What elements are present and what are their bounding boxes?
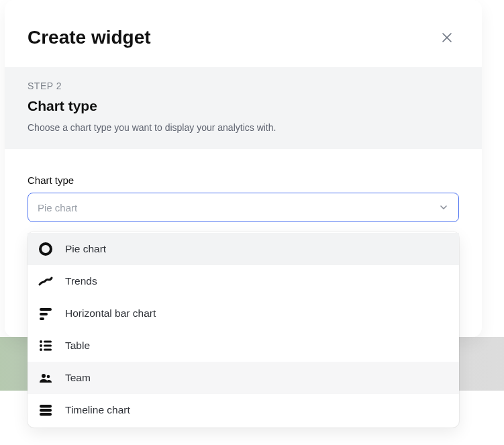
- modal-title: Create widget: [28, 27, 151, 48]
- close-icon: [442, 33, 452, 42]
- svg-rect-3: [40, 308, 52, 311]
- svg-point-12: [42, 374, 46, 378]
- svg-rect-15: [40, 409, 52, 412]
- svg-point-10: [40, 348, 42, 351]
- chart-type-option[interactable]: Table: [28, 330, 459, 362]
- step-description: Choose a chart type you want to display …: [28, 122, 459, 133]
- svg-point-2: [40, 244, 51, 254]
- chart-type-label: Chart type: [28, 175, 459, 186]
- svg-rect-5: [40, 317, 44, 320]
- trends-icon: [38, 274, 53, 289]
- close-button[interactable]: [439, 30, 455, 46]
- chart-type-option[interactable]: Trends: [28, 265, 459, 297]
- step-title: Chart type: [28, 98, 459, 114]
- chart-type-select-wrap: Pie chart Pie chartTrendsHorizontal bar …: [28, 193, 459, 222]
- svg-rect-11: [44, 349, 52, 351]
- chart-type-option-label: Timeline chart: [65, 404, 130, 416]
- pie-icon: [38, 242, 53, 256]
- chart-type-option-label: Team: [65, 372, 91, 384]
- chart-type-option[interactable]: Team: [28, 362, 459, 394]
- svg-point-8: [40, 344, 42, 347]
- chart-type-option-label: Pie chart: [65, 243, 106, 255]
- form-section: Chart type Pie chart Pie chartTrendsHori…: [5, 149, 482, 222]
- create-widget-modal: Create widget STEP 2 Chart type Choose a…: [5, 0, 482, 337]
- step-panel: STEP 2 Chart type Choose a chart type yo…: [5, 67, 482, 149]
- modal-header: Create widget: [5, 0, 482, 67]
- chart-type-option-label: Trends: [65, 275, 97, 287]
- svg-rect-14: [40, 405, 52, 408]
- svg-point-6: [40, 340, 42, 343]
- table-icon: [38, 338, 53, 353]
- chart-type-placeholder: Pie chart: [38, 202, 77, 213]
- hbars-icon: [38, 306, 53, 321]
- chart-type-option-label: Table: [65, 340, 90, 352]
- step-label: STEP 2: [28, 81, 459, 91]
- chart-type-option[interactable]: Pie chart: [28, 233, 459, 265]
- svg-point-13: [47, 375, 50, 379]
- chart-type-select[interactable]: Pie chart: [28, 193, 459, 222]
- chart-type-option[interactable]: Timeline chart: [28, 394, 459, 426]
- svg-rect-9: [44, 345, 52, 347]
- team-icon: [38, 370, 53, 385]
- chevron-down-icon: [438, 202, 449, 213]
- chart-type-dropdown: Pie chartTrendsHorizontal bar chartTable…: [28, 232, 459, 428]
- chart-type-option[interactable]: Horizontal bar chart: [28, 297, 459, 330]
- svg-rect-16: [40, 413, 52, 416]
- chart-type-option-label: Horizontal bar chart: [65, 307, 156, 319]
- svg-rect-7: [44, 341, 52, 343]
- svg-rect-4: [40, 313, 48, 315]
- timeline-icon: [38, 403, 53, 417]
